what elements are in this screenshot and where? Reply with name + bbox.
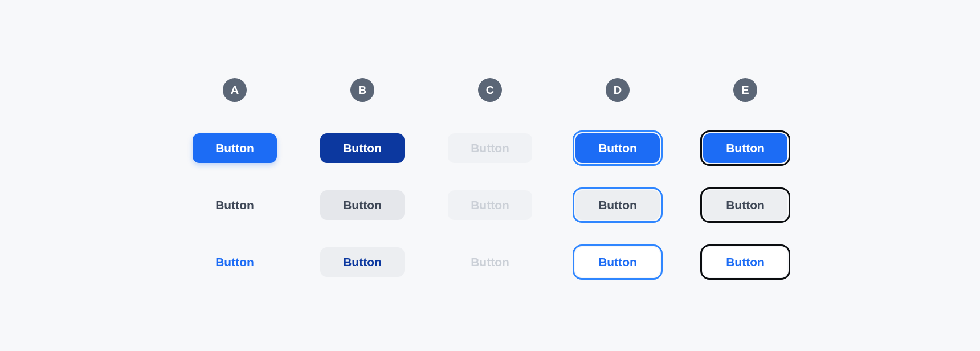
button-primary-default[interactable]: Button: [193, 133, 277, 163]
button-secondary-focus-blue[interactable]: Button: [575, 190, 660, 220]
button-primary-pressed[interactable]: Button: [320, 133, 405, 163]
button-state-matrix: A B C D E Button Button Button Button Bu…: [186, 73, 794, 278]
button-secondary-focus-black[interactable]: Button: [703, 190, 787, 220]
column-badge-d: D: [606, 78, 630, 102]
button-primary-disabled: Button: [448, 133, 532, 163]
column-badge-a: A: [223, 78, 247, 102]
button-secondary-default[interactable]: Button: [193, 190, 277, 220]
button-ghost-focus-black[interactable]: Button: [703, 247, 787, 277]
button-primary-focus-blue[interactable]: Button: [575, 133, 660, 163]
column-badge-e: E: [733, 78, 757, 102]
button-secondary-pressed[interactable]: Button: [320, 190, 405, 220]
button-ghost-default[interactable]: Button: [193, 247, 277, 277]
button-ghost-pressed[interactable]: Button: [320, 247, 405, 277]
column-badge-c: C: [478, 78, 502, 102]
button-secondary-disabled: Button: [448, 190, 532, 220]
button-ghost-focus-blue[interactable]: Button: [575, 247, 660, 277]
button-ghost-disabled: Button: [448, 247, 532, 277]
column-badge-b: B: [350, 78, 374, 102]
button-primary-focus-black[interactable]: Button: [703, 133, 787, 163]
